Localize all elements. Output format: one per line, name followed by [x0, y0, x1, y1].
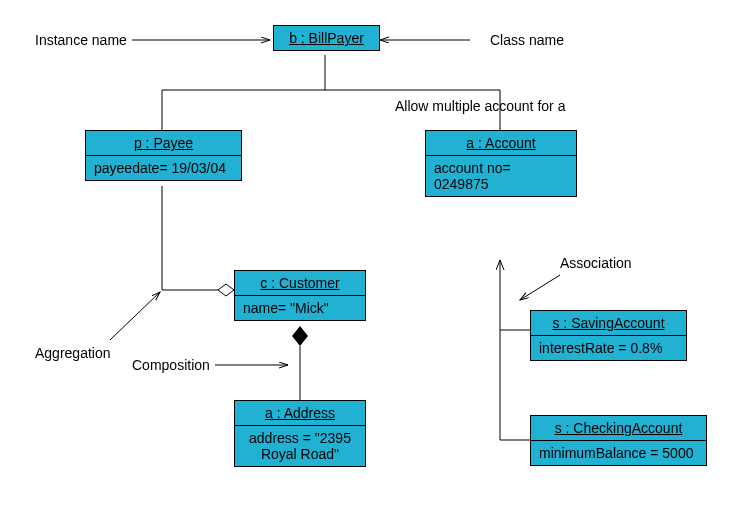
- svg-marker-8: [218, 284, 234, 296]
- object-checkingaccount-title: s : CheckingAccount: [531, 416, 706, 441]
- association-label: Association: [560, 255, 632, 271]
- svg-marker-10: [292, 326, 308, 346]
- object-savingaccount-title: s : SavingAccount: [531, 311, 686, 336]
- object-checkingaccount: s : CheckingAccount minimumBalance = 500…: [530, 415, 707, 466]
- object-billpayer-title: b : BillPayer: [274, 26, 379, 50]
- object-account-title: a : Account: [426, 131, 576, 156]
- instance-name-label: Instance name: [35, 32, 127, 48]
- object-address-attr: address = "2395 Royal Road": [235, 426, 365, 466]
- object-customer-title: c : Customer: [235, 271, 365, 296]
- diagram-canvas: Instance name Class name Allow multiple …: [0, 0, 748, 519]
- object-checkingaccount-attr: minimumBalance = 5000: [531, 441, 706, 465]
- aggregation-label: Aggregation: [35, 345, 111, 361]
- object-payee-attr: payeedate= 19/03/04: [86, 156, 241, 180]
- composition-label: Composition: [132, 357, 210, 373]
- svg-line-9: [110, 292, 160, 340]
- object-customer: c : Customer name= "Mick": [234, 270, 366, 321]
- object-payee-title: p : Payee: [86, 131, 241, 156]
- object-account-attr: account no= 0249875: [426, 156, 576, 196]
- svg-line-16: [520, 275, 560, 300]
- object-address-title: a : Address: [235, 401, 365, 426]
- class-name-label: Class name: [490, 32, 564, 48]
- object-billpayer: b : BillPayer: [273, 25, 380, 51]
- object-address: a : Address address = "2395 Royal Road": [234, 400, 366, 467]
- object-account: a : Account account no= 0249875: [425, 130, 577, 197]
- object-payee: p : Payee payeedate= 19/03/04: [85, 130, 242, 181]
- allow-multiple-label: Allow multiple account for a: [395, 98, 565, 114]
- object-savingaccount-attr: interestRate = 0.8%: [531, 336, 686, 360]
- object-savingaccount: s : SavingAccount interestRate = 0.8%: [530, 310, 687, 361]
- object-customer-attr: name= "Mick": [235, 296, 365, 320]
